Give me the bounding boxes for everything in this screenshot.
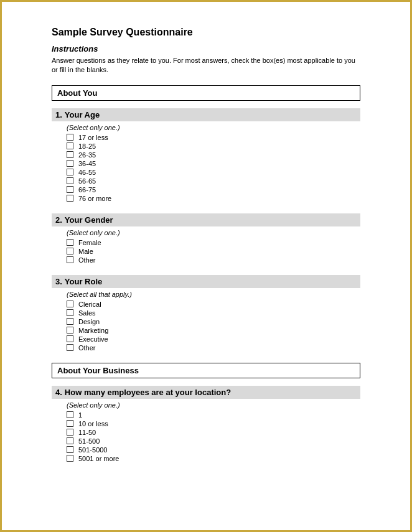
checkbox-icon[interactable] [67,239,73,246]
checkbox-icon[interactable] [67,318,73,325]
page-content: Sample Survey Questionnaire Instructions… [2,2,410,498]
question-title-text-0-2: Your Role [65,277,102,286]
option-label: 501-5000 [78,446,108,454]
list-item: 17 or less [67,134,360,141]
checkbox-icon[interactable] [67,344,73,351]
question-number-0-0: 1. [55,110,62,119]
question-subtitle-0-0: (Select only one.) [67,124,360,131]
option-label: Clerical [78,301,101,308]
option-label: Sales [78,309,96,317]
instructions-heading: Instructions [52,44,360,54]
checkbox-icon[interactable] [67,160,73,167]
list-item: 5001 or more [67,455,360,462]
list-item: Clerical [67,301,360,308]
list-item: Design [67,318,360,325]
question-title-row-0-1: 2.Your Gender [52,213,360,226]
checkbox-icon[interactable] [67,177,73,184]
option-label: 66-75 [78,186,96,194]
question-number-1-0: 4. [55,388,62,397]
list-item: 26-35 [67,151,360,159]
question-title-text-0-1: Your Gender [65,215,113,225]
question-subtitle-1-0: (Select only one.) [67,401,360,409]
checkbox-icon[interactable] [67,411,73,418]
option-label: 11-50 [78,429,96,436]
sections-container: About You1.Your Age(Select only one.)17 … [52,85,360,462]
option-label: Female [78,239,101,246]
checkbox-icon[interactable] [67,134,73,141]
checkbox-icon[interactable] [67,301,73,307]
list-item: 36-45 [67,160,360,167]
question-block-1-0: 4.How many employees are at your locatio… [52,386,360,462]
list-item: 51-500 [67,437,360,445]
checkbox-icon[interactable] [67,142,73,149]
list-item: Female [67,239,360,246]
list-item: 76 or more [67,195,360,202]
checkbox-icon[interactable] [67,455,73,462]
list-item: Sales [67,309,360,317]
question-block-0-0: 1.Your Age(Select only one.)17 or less18… [52,108,360,202]
option-label: 56-65 [78,177,96,185]
option-label: Marketing [78,327,108,334]
checkbox-icon[interactable] [67,420,73,427]
page-title: Sample Survey Questionnaire [52,27,360,38]
checkbox-icon[interactable] [67,248,73,254]
checkbox-icon[interactable] [67,429,73,436]
option-label: 36-45 [78,160,96,167]
question-title-row-1-0: 4.How many employees are at your locatio… [52,386,360,399]
checkbox-icon[interactable] [67,335,73,342]
option-label: 1 [78,411,82,419]
list-item: Male [67,248,360,255]
list-item: 10 or less [67,420,360,427]
checkbox-icon[interactable] [67,256,73,263]
checkbox-icon[interactable] [67,437,73,444]
option-label: 51-500 [78,437,100,445]
list-item: 501-5000 [67,446,360,454]
section-header-about-you: About You [52,85,360,101]
question-title-row-0-0: 1.Your Age [52,108,360,121]
question-subtitle-0-2: (Select all that apply.) [67,291,360,298]
list-item: Marketing [67,327,360,334]
checkbox-icon[interactable] [67,195,73,202]
option-label: Other [78,256,96,264]
list-item: Other [67,344,360,352]
option-label: 5001 or more [78,455,119,462]
list-item: 1 [67,411,360,419]
option-label: 26-35 [78,151,96,159]
checkbox-icon[interactable] [67,186,73,193]
question-block-0-2: 3.Your Role(Select all that apply.)Cleri… [52,275,360,352]
question-title-row-0-2: 3.Your Role [52,275,360,288]
checkbox-icon[interactable] [67,309,73,316]
list-item: Other [67,256,360,264]
question-title-text-1-0: How many employees are at your location? [65,388,231,397]
question-subtitle-0-1: (Select only one.) [67,229,360,236]
list-item: 11-50 [67,429,360,436]
option-label: Other [78,344,96,352]
option-label: 17 or less [78,134,108,141]
checkbox-icon[interactable] [67,151,73,158]
instructions-text: Answer questions as they relate to you. … [52,56,360,75]
list-item: 46-55 [67,169,360,176]
question-title-text-0-0: Your Age [65,110,100,119]
option-label: Male [78,248,93,255]
question-number-0-2: 3. [55,277,62,286]
option-label: 10 or less [78,420,108,427]
checkbox-icon[interactable] [67,446,73,453]
question-number-0-1: 2. [55,215,62,225]
list-item: Executive [67,335,360,343]
option-label: 46-55 [78,169,96,176]
list-item: 66-75 [67,186,360,194]
list-item: 56-65 [67,177,360,185]
list-item: 18-25 [67,142,360,150]
option-label: Executive [78,335,108,343]
question-block-0-1: 2.Your Gender(Select only one.)FemaleMal… [52,213,360,264]
section-header-about-your-business: About Your Business [52,363,360,378]
option-label: 18-25 [78,142,96,150]
page-border: Sample Survey Questionnaire Instructions… [0,0,412,532]
option-label: 76 or more [78,195,111,202]
checkbox-icon[interactable] [67,327,73,334]
option-label: Design [78,318,100,325]
checkbox-icon[interactable] [67,169,73,175]
